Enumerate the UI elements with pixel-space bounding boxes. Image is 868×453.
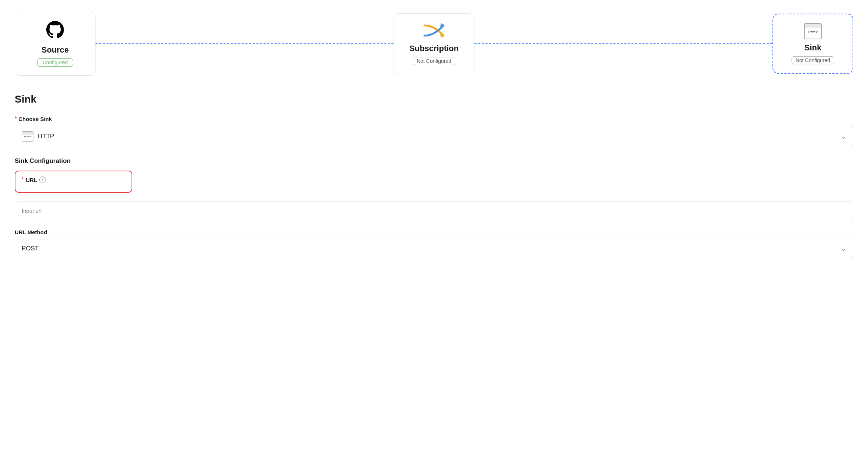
- choose-sink-select-wrapper: HTTP:// HTTP ⌄: [15, 126, 853, 147]
- url-required-star: *: [21, 176, 24, 183]
- choose-sink-left: HTTP:// HTTP: [22, 131, 54, 142]
- choose-sink-select[interactable]: HTTP:// HTTP ⌄: [15, 126, 853, 147]
- choose-sink-required-star: *: [15, 115, 17, 122]
- connector-2: [474, 43, 772, 44]
- source-title: Source: [42, 45, 69, 55]
- url-method-value: POST: [22, 245, 39, 252]
- subscription-card[interactable]: Subscription Not Configured: [394, 13, 474, 74]
- url-method-left: POST: [22, 245, 39, 252]
- url-label: URL: [26, 177, 37, 183]
- url-field-wrapper: * URL i: [15, 171, 132, 193]
- http-icon-large: HTTP://: [804, 23, 822, 39]
- chevron-down-icon: ⌄: [841, 132, 846, 140]
- url-field-section: * URL i: [15, 171, 853, 220]
- choose-sink-label-row: * Choose Sink: [15, 115, 853, 122]
- url-label-row: * URL i: [21, 176, 126, 183]
- sink-card[interactable]: HTTP:// Sink Not Configured: [772, 14, 853, 74]
- subscription-status-badge: Not Configured: [413, 57, 455, 65]
- sink-config-label: Sink Configuration: [15, 157, 853, 165]
- sink-option-value: HTTP: [38, 133, 54, 140]
- subscription-icon: [423, 22, 445, 40]
- url-method-chevron-icon: ⌄: [841, 245, 846, 253]
- source-status-badge: Configured: [37, 58, 73, 67]
- pipeline-row: Source Configured Subscription Not Confi…: [15, 9, 853, 76]
- sink-section: Sink * Choose Sink HTTP:// HTTP ⌄ Sink C…: [15, 93, 853, 258]
- choose-sink-label: Choose Sink: [18, 116, 52, 122]
- subscription-title: Subscription: [409, 44, 459, 53]
- http-icon-sm: HTTP://: [22, 131, 33, 142]
- source-card[interactable]: Source Configured: [15, 12, 96, 76]
- connector-1: [96, 43, 394, 44]
- url-method-label: URL Method: [15, 229, 853, 235]
- sink-section-title: Sink: [15, 93, 853, 105]
- sink-title: Sink: [804, 43, 821, 53]
- github-icon: [46, 21, 64, 42]
- url-input[interactable]: [15, 201, 853, 220]
- url-method-select[interactable]: POST ⌄: [15, 239, 853, 258]
- info-icon[interactable]: i: [39, 176, 46, 183]
- sink-status-badge: Not Configured: [792, 56, 834, 64]
